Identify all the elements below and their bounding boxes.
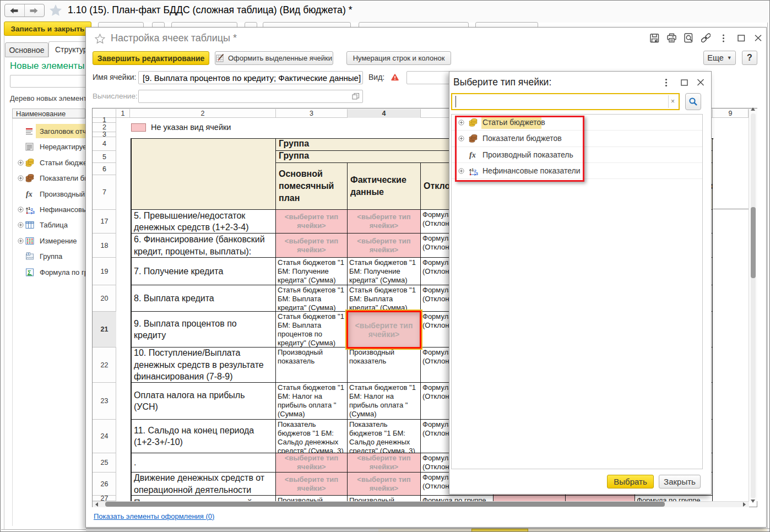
svg-text:3: 3 [32,210,35,214]
svg-text:fx: fx [26,190,32,198]
svg-text:Σ: Σ [28,269,31,276]
